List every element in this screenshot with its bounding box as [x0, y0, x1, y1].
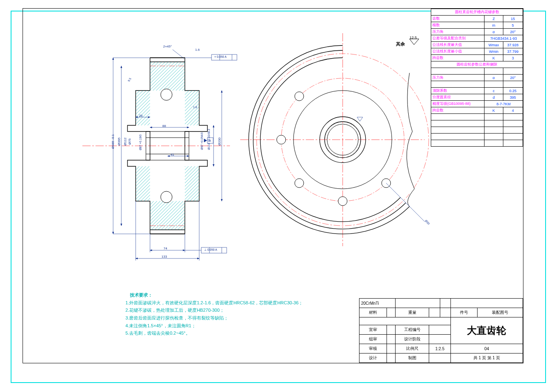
material-value: 20CrMnTi: [359, 299, 396, 308]
dim-d87: Ø87 +0.19/0: [139, 134, 142, 150]
svg-rect-9: [136, 166, 150, 201]
weight-label: 重量: [396, 308, 429, 317]
svg-point-53: [338, 197, 347, 206]
tech-notes-title: 技术要求：: [125, 291, 303, 299]
dim-1-8: 1.8: [193, 106, 197, 109]
svg-line-57: [386, 183, 425, 222]
gdt-top: ⌖ 0.050 A: [214, 55, 227, 59]
dim-chamfer: 2×45°: [163, 45, 172, 48]
dim-41: 41: [171, 153, 174, 156]
dim-d200: Ø200: [218, 138, 221, 146]
title-block: 20CrMnTi 材料 重量 件号 装配图号 大直齿轮 宣审 工程编号 组审 设…: [359, 298, 523, 363]
svg-point-55: [295, 179, 304, 188]
gdt-bot: ⊥ 0.050 A: [204, 248, 217, 252]
dim-88: 88: [162, 124, 166, 128]
svg-point-52: [277, 135, 286, 144]
dim-74: 74: [164, 247, 167, 250]
page-info: 共 1 页 第 1 页: [450, 353, 523, 363]
drawing-number: 04: [450, 344, 523, 353]
svg-rect-5: [150, 62, 185, 91]
tech-note-line: 5.去毛刺，齿端去尖棱0.2~45°。: [125, 329, 303, 337]
material-label: 材料: [359, 308, 387, 317]
svg-rect-10: [185, 166, 199, 201]
dim-d465: Ø465 -0.1: [111, 134, 115, 149]
tech-note-line: 2.花键不渗碳，热处理加工后，硬度HB270-300；: [125, 306, 303, 314]
datum-a: A: [209, 139, 211, 142]
svg-point-17: [161, 191, 172, 203]
svg-point-16: [161, 89, 172, 100]
assyno-label: 装配图号: [478, 308, 523, 317]
scale: 1:2.5: [429, 344, 450, 353]
dim-d75: Ø75: [128, 138, 132, 145]
svg-rect-6: [150, 201, 185, 230]
partno-label: 件号: [450, 308, 477, 317]
dim-d97: Ø97 +0.054/0: [200, 132, 203, 150]
tech-note-line: 4.未注倒角1.5×45°，未注圆角R1；: [125, 322, 303, 330]
drawing-title: 大直齿轮: [450, 317, 523, 344]
tech-note-line: 1.外齿面渗碳淬火，有效硬化层深度1.2-1.6，齿面硬度HRC58-62，芯部…: [125, 299, 303, 307]
tech-note-line: 3.磨齿后齿面应进行探伤检查，不得有裂纹等缺陷；: [125, 314, 303, 322]
surf-3-2: 3.2: [207, 129, 210, 133]
technical-requirements: 技术要求： 1.外齿面渗碳淬火，有效硬化层深度1.2-1.6，齿面硬度HRC58…: [125, 291, 303, 337]
dim-d112: Ø112: [123, 138, 127, 146]
svg-point-54: [295, 92, 304, 101]
svg-rect-7: [136, 91, 150, 125]
dim-26: 26: [139, 114, 143, 118]
dim-surf-1-6: 1.6: [195, 48, 200, 52]
dim-133: 133: [161, 255, 167, 258]
svg-line-33: [173, 50, 184, 59]
dim-d395: Ø395: [117, 138, 121, 146]
